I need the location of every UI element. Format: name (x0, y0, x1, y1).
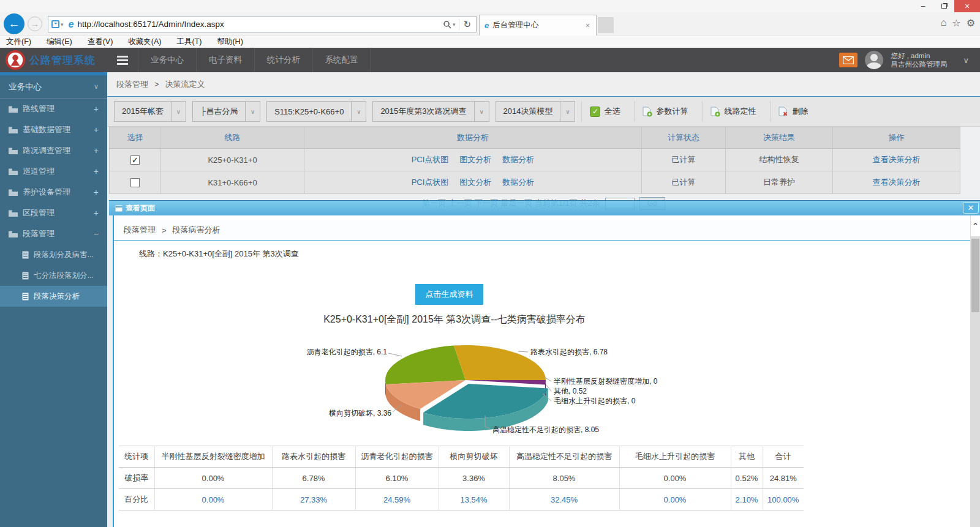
view-page-modal: 查看页面 ✕ 段落管理 > 段落病害分析 线路：K25+0-K31+0[全副] … (109, 200, 980, 527)
expand-plus-icon[interactable]: + (94, 125, 99, 135)
search-icon[interactable] (443, 20, 451, 29)
modal-titlebar[interactable]: 查看页面 ✕ (109, 201, 980, 215)
sidebar-item-paragraph-mgmt[interactable]: 段落管理− (0, 223, 107, 244)
branch-dropdown[interactable]: ├昌吉分局∨ (192, 101, 260, 122)
modal-breadcrumb-parent[interactable]: 段落管理 (124, 225, 156, 236)
sidebar-subitem-paragraph-division[interactable]: 段落划分及病害... (0, 244, 107, 265)
menu-view[interactable]: 查看(V) (88, 37, 113, 47)
menu-file[interactable]: 文件(F) (6, 37, 31, 47)
account-year-dropdown[interactable]: 2015年帐套∨ (114, 101, 186, 122)
graphic-analysis-link[interactable]: 图文分析 (459, 177, 491, 188)
breadcrumb-parent[interactable]: 段落管理 (116, 79, 148, 90)
screen: – × ← → ▾ e http://localhost:65171/Admin… (0, 0, 980, 527)
graphic-analysis-link[interactable]: 图文分析 (459, 154, 491, 165)
user-avatar[interactable] (865, 51, 883, 69)
expand-plus-icon[interactable]: + (94, 146, 99, 155)
collapse-minus-icon[interactable]: − (94, 229, 99, 239)
window-minimize-button[interactable]: – (913, 0, 933, 12)
expand-plus-icon[interactable]: + (94, 187, 99, 197)
sidebar-item-maintenance-equipment[interactable]: 养护设备管理+ (0, 182, 107, 203)
browser-tab[interactable]: e 后台管理中心 × (479, 15, 597, 36)
nav-statistics[interactable]: 统计分析 (254, 48, 312, 72)
view-decision-link[interactable]: 查看决策分析 (873, 154, 921, 165)
line-qualitative-button[interactable]: 线路定性 (702, 101, 764, 122)
breadcrumb-current: 决策流定义 (165, 79, 205, 90)
pci-dot-map-link[interactable]: PCI点状图 (412, 154, 449, 165)
search-dropdown-caret[interactable]: ▾ (453, 21, 456, 28)
menu-favorites[interactable]: 收藏夹(A) (128, 37, 161, 47)
sidebar-item-road-survey-mgmt[interactable]: 路况调查管理+ (0, 140, 107, 161)
expand-plus-icon[interactable]: + (94, 208, 99, 218)
window-restore-button[interactable] (933, 0, 954, 12)
row-checkbox[interactable]: ✓ (130, 155, 140, 165)
tab-close-icon[interactable]: × (584, 21, 591, 30)
user-menu-chevron-icon[interactable]: ∨ (963, 56, 969, 65)
pie-label-capillary: 毛细水上升引起的损害, 0 (554, 396, 635, 406)
sidebar-section-business-center[interactable]: 业务中心 ∨ (0, 75, 107, 99)
scrollbar-track[interactable] (971, 236, 980, 527)
chart-title: K25+0-K31+0[全副] 2015年 第3次调查--七类病害破损率分布 (114, 313, 795, 326)
menu-help[interactable]: 帮助(H) (217, 37, 243, 47)
chevron-down-icon: ∨ (171, 102, 186, 121)
sidebar-item-route-mgmt[interactable]: 路线管理+ (0, 99, 107, 119)
sidebar-item-base-data-mgmt[interactable]: 基础数据管理+ (0, 119, 107, 140)
nav-business-center[interactable]: 业务中心 (138, 48, 196, 72)
filter-toolbar: 2015年帐套∨ ├昌吉分局∨ S115:K25+0-K66+0∨ 2015年度… (107, 97, 980, 127)
generate-data-button[interactable]: 点击生成资料 (415, 284, 483, 305)
url-text[interactable]: http://localhost:65171/Admin/Index.aspx (77, 20, 224, 29)
app-logo: 公路管理系统 (0, 50, 107, 70)
mail-icon[interactable] (839, 53, 858, 67)
modal-content: 段落管理 > 段落病害分析 线路：K25+0-K31+0[全副] 2015年 第… (113, 215, 970, 527)
col-line: 线路 (161, 127, 304, 149)
data-analysis-link[interactable]: 数据分析 (502, 154, 534, 165)
route-dropdown[interactable]: S115:K25+0-K66+0∨ (266, 101, 366, 122)
select-all-button[interactable]: ✓ 全选 (581, 101, 628, 122)
refresh-icon[interactable]: ↻ (463, 19, 471, 30)
address-bar[interactable]: ▾ e http://localhost:65171/Admin/Index.a… (48, 16, 477, 32)
nav-electronic-data[interactable]: 电子资料 (196, 48, 254, 72)
parameter-calc-button[interactable]: 参数计算 (634, 101, 696, 122)
sidebar-section-label: 业务中心 (9, 81, 42, 92)
menu-tools[interactable]: 工具(T) (176, 37, 202, 47)
sidebar-subitem-decision-analysis[interactable]: 段落决策分析 (0, 286, 107, 307)
menu-edit[interactable]: 编辑(E) (47, 37, 72, 47)
page-icon (115, 205, 123, 212)
favorites-star-icon[interactable]: ☆ (952, 17, 960, 29)
delete-button[interactable]: 删除 (770, 101, 816, 122)
sidebar-item-patrol-mgmt[interactable]: 巡道管理+ (0, 161, 107, 182)
tab-title: 后台管理中心 (492, 20, 584, 31)
sidebar-item-section-mgmt[interactable]: 区段管理+ (0, 203, 107, 223)
modal-breadcrumb-current: 段落病害分析 (173, 225, 221, 236)
browser-navbar: ← → ▾ e http://localhost:65171/Admin/Ind… (0, 12, 980, 36)
hamburger-menu-icon[interactable] (107, 56, 138, 65)
forward-button[interactable]: → (28, 17, 42, 31)
pci-dot-map-link[interactable]: PCI点状图 (412, 177, 449, 188)
modal-close-button[interactable]: ✕ (963, 202, 979, 214)
expand-plus-icon[interactable]: + (94, 104, 99, 114)
decision-model-dropdown[interactable]: 2014决策模型∨ (496, 101, 576, 122)
data-analysis-link[interactable]: 数据分析 (502, 177, 534, 188)
nav-system-config[interactable]: 系统配置 (312, 48, 371, 72)
user-greeting: 您好 , admin (891, 51, 947, 60)
window-close-button[interactable]: × (954, 0, 980, 12)
col-decision-result: 决策结果 (726, 127, 833, 149)
folder-icon (9, 168, 18, 175)
scrollbar-thumb[interactable] (971, 239, 979, 312)
scroll-up-arrow-icon[interactable]: ⌃ (971, 215, 980, 236)
view-decision-link[interactable]: 查看决策分析 (873, 177, 921, 188)
modal-scrollbar[interactable]: ⌃ (970, 215, 980, 527)
home-icon[interactable]: ⌂ (941, 17, 947, 29)
settings-gear-icon[interactable]: ⚙ (967, 17, 975, 29)
compatibility-view-icon[interactable]: ▾ (51, 20, 64, 28)
col-select: 选择 (109, 127, 161, 149)
row-checkbox[interactable] (130, 178, 140, 187)
expand-plus-icon[interactable]: + (94, 166, 99, 176)
tab-favicon: e (484, 21, 489, 30)
new-tab-button[interactable] (598, 17, 614, 33)
back-button[interactable]: ← (4, 13, 24, 34)
sidebar-subitem-seven-method-division[interactable]: 七分法段落划分... (0, 265, 107, 286)
user-organization: 昌吉州公路管理局 (891, 60, 947, 69)
result-cell: 日常养护 (726, 171, 833, 194)
survey-dropdown[interactable]: 2015年度第3次路况调查∨ (372, 101, 489, 122)
line-cell: K25+0-K31+0 (161, 149, 304, 171)
